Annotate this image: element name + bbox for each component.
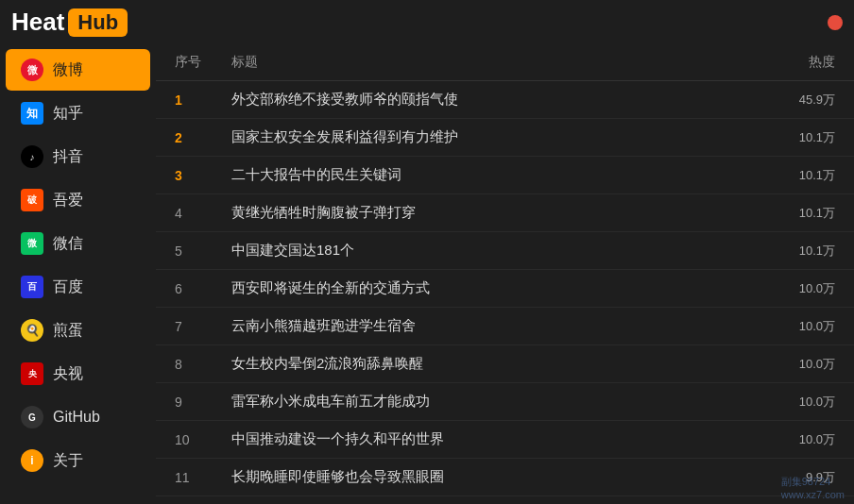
row-heat: 10.0万 (760, 318, 835, 335)
content-area: 序号 标题 热度 1外交部称绝不接受教师爷的颐指气使45.9万2国家主权安全发展… (156, 44, 854, 504)
sidebar-label-cctv: 央视 (53, 364, 83, 384)
sidebar-icon-github: G (21, 406, 43, 428)
col-header-index: 序号 (175, 54, 231, 71)
table-body: 1外交部称绝不接受教师爷的颐指气使45.9万2国家主权安全发展利益得到有力维护1… (156, 81, 854, 504)
row-index: 8 (175, 357, 231, 372)
sidebar-label-zhihu: 知乎 (53, 104, 83, 124)
watermark: 副集98724 www.xz7.com (781, 475, 845, 500)
sidebar-label-jandan: 煎蛋 (53, 321, 83, 341)
row-index: 1 (175, 92, 231, 108)
sidebar-label-about: 关于 (53, 451, 83, 471)
table-header: 序号 标题 热度 (156, 44, 854, 81)
row-title: 黄继光牺牲时胸腹被子弹打穿 (231, 204, 760, 222)
sidebar-icon-zhihu: 知 (21, 102, 43, 125)
sidebar-item-wuai[interactable]: 破吾爱 (6, 179, 150, 221)
sidebar-item-about[interactable]: i关于 (6, 440, 150, 481)
title-bar: Heat Hub (0, 0, 854, 44)
sidebar-item-jandan[interactable]: 🍳煎蛋 (6, 310, 150, 351)
row-index: 2 (175, 130, 231, 145)
sidebar-item-zhihu[interactable]: 知知乎 (6, 92, 150, 134)
row-title: 长期晚睡即使睡够也会导致黑眼圈 (231, 468, 760, 486)
sidebar-label-weixin: 微信 (53, 234, 83, 254)
row-heat: 10.1万 (760, 167, 835, 184)
row-title: 女生校内晕倒2流浪狗舔鼻唤醒 (231, 355, 760, 373)
row-title: 云南小熊猫越班跑进学生宿舍 (231, 317, 760, 335)
row-title: 国家主权安全发展利益得到有力维护 (231, 128, 760, 146)
sidebar-icon-weibo: 微 (21, 59, 43, 81)
row-heat: 10.0万 (760, 394, 835, 411)
app-title-hub: Hub (68, 8, 128, 37)
sidebar-item-github[interactable]: GGitHub (6, 396, 150, 438)
sidebar-label-baidu: 百度 (53, 277, 83, 297)
row-heat: 45.9万 (760, 92, 835, 109)
row-title: 二十大报告中的民生关键词 (231, 166, 760, 184)
watermark-line1: 副集98724 (781, 475, 845, 489)
row-title: 中国建交国达181个 (231, 242, 760, 260)
sidebar-icon-cctv: 央 (21, 362, 43, 385)
row-index: 5 (175, 244, 231, 259)
table-row[interactable]: 12马龙连续七年生日捐赠球台9.9万 (156, 496, 854, 504)
table-row[interactable]: 1外交部称绝不接受教师爷的颐指气使45.9万 (156, 81, 854, 119)
table-row[interactable]: 11长期晚睡即使睡够也会导致黑眼圈9.9万 (156, 459, 854, 496)
row-index: 3 (175, 168, 231, 183)
row-title: 西安即将诞生的全新的交通方式 (231, 279, 760, 297)
row-index: 10 (175, 432, 231, 447)
sidebar-item-douyin[interactable]: ♪抖音 (6, 136, 150, 177)
sidebar-icon-weixin: 微 (21, 232, 43, 255)
row-heat: 10.0万 (760, 280, 835, 297)
col-header-heat: 热度 (760, 54, 835, 71)
sidebar-item-weibo[interactable]: 微微博 (6, 49, 150, 91)
app-title-heat: Heat (11, 8, 64, 37)
row-heat: 10.0万 (760, 431, 835, 448)
table-row[interactable]: 6西安即将诞生的全新的交通方式10.0万 (156, 270, 854, 308)
row-heat: 10.1万 (760, 243, 835, 260)
watermark-line2: www.xz7.com (781, 489, 845, 500)
table-row[interactable]: 3二十大报告中的民生关键词10.1万 (156, 157, 854, 194)
row-index: 9 (175, 395, 231, 410)
col-header-title: 标题 (231, 54, 760, 71)
sidebar-item-baidu[interactable]: 百百度 (6, 266, 150, 308)
main-layout: 微微博知知乎♪抖音破吾爱微微信百百度🍳煎蛋央央视GGitHubi关于 序号 标题… (0, 44, 854, 504)
table-row[interactable]: 8女生校内晕倒2流浪狗舔鼻唤醒10.0万 (156, 345, 854, 383)
sidebar-icon-wuai: 破 (21, 189, 43, 211)
table-row[interactable]: 9雷军称小米成电车前五才能成功10.0万 (156, 383, 854, 421)
row-index: 6 (175, 281, 231, 296)
sidebar-icon-about: i (21, 449, 43, 472)
row-index: 11 (175, 470, 231, 485)
close-button[interactable] (828, 15, 843, 30)
table-row[interactable]: 2国家主权安全发展利益得到有力维护10.1万 (156, 119, 854, 157)
row-title: 外交部称绝不接受教师爷的颐指气使 (231, 91, 760, 109)
sidebar: 微微博知知乎♪抖音破吾爱微微信百百度🍳煎蛋央央视GGitHubi关于 (0, 44, 156, 504)
row-heat: 10.1万 (760, 129, 835, 146)
sidebar-icon-jandan: 🍳 (21, 319, 43, 342)
sidebar-label-douyin: 抖音 (53, 147, 83, 167)
sidebar-label-github: GitHub (53, 409, 100, 426)
row-title: 雷军称小米成电车前五才能成功 (231, 393, 760, 411)
sidebar-label-weibo: 微博 (53, 60, 83, 80)
sidebar-item-cctv[interactable]: 央央视 (6, 353, 150, 395)
table-row[interactable]: 5中国建交国达181个10.1万 (156, 232, 854, 270)
row-heat: 10.0万 (760, 356, 835, 373)
row-index: 4 (175, 206, 231, 221)
row-title: 中国推动建设一个持久和平的世界 (231, 430, 760, 448)
sidebar-item-weixin[interactable]: 微微信 (6, 223, 150, 264)
table-row[interactable]: 10中国推动建设一个持久和平的世界10.0万 (156, 421, 854, 459)
sidebar-label-wuai: 吾爱 (53, 191, 83, 210)
row-heat: 10.1万 (760, 205, 835, 222)
table-row[interactable]: 7云南小熊猫越班跑进学生宿舍10.0万 (156, 308, 854, 345)
table-row[interactable]: 4黄继光牺牲时胸腹被子弹打穿10.1万 (156, 194, 854, 232)
sidebar-icon-baidu: 百 (21, 276, 43, 298)
row-index: 7 (175, 319, 231, 334)
sidebar-icon-douyin: ♪ (21, 145, 43, 168)
